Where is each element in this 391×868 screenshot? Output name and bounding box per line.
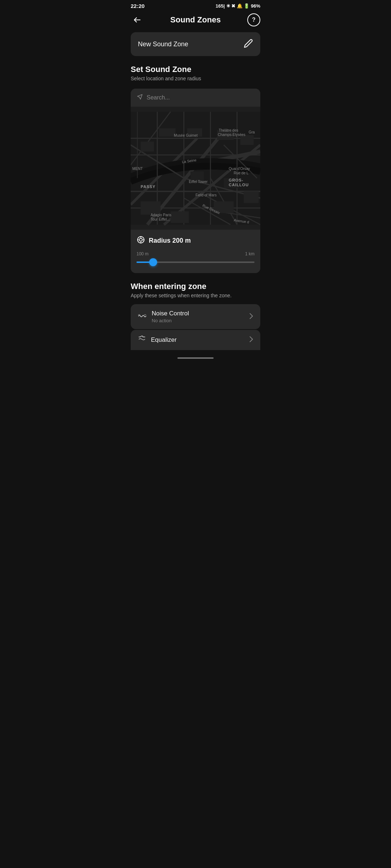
status-time: 22:20 — [131, 3, 144, 9]
equalizer-card[interactable]: Equalizer — [131, 330, 260, 350]
home-bar — [177, 357, 214, 359]
svg-text:Tour Eiffel...: Tour Eiffel... — [151, 217, 170, 221]
slider-thumb[interactable] — [149, 258, 157, 266]
page-title: Sound Zones — [170, 15, 220, 25]
entering-zone-subtitle: Apply these settings when entering the z… — [131, 293, 260, 298]
entering-zone-title: When entering zone — [131, 282, 260, 291]
svg-rect-27 — [141, 201, 161, 215]
svg-point-51 — [139, 238, 142, 241]
map-container: Search... — [131, 89, 260, 273]
svg-text:CAILLOU: CAILLOU — [229, 183, 249, 187]
svg-text:Eiffel Tower: Eiffel Tower — [189, 180, 208, 184]
radius-section: Radius 200 m 100 m 1 km — [131, 230, 260, 273]
noise-control-name: Noise Control — [152, 310, 189, 317]
svg-text:GROS-: GROS- — [229, 178, 244, 182]
radius-label: Radius 200 m — [149, 237, 191, 244]
home-indicator — [125, 354, 266, 360]
equalizer-icon — [138, 336, 146, 344]
svg-text:Musée Guimet: Musée Guimet — [174, 133, 198, 137]
svg-rect-23 — [159, 128, 176, 137]
radius-slider[interactable] — [136, 259, 255, 266]
svg-text:Champs-Élysées: Champs-Élysées — [218, 132, 245, 137]
svg-text:Rue de L: Rue de L — [234, 171, 249, 175]
svg-rect-28 — [171, 211, 189, 223]
status-icons: 165| ✳ ✖ 🔔 🔋 96% — [216, 3, 260, 9]
equalizer-chevron — [249, 336, 253, 344]
search-bar[interactable]: Search... — [131, 89, 260, 107]
svg-text:PASSY: PASSY — [141, 184, 156, 189]
noise-control-card[interactable]: Noise Control No action — [131, 304, 260, 329]
equalizer-name: Equalizer — [151, 336, 177, 344]
new-sound-zone-button[interactable]: New Sound Zone — [131, 32, 260, 56]
svg-text:Quai d'Orsay: Quai d'Orsay — [229, 167, 250, 171]
svg-rect-30 — [244, 191, 258, 203]
slider-min: 100 m — [136, 251, 148, 256]
help-button[interactable]: ? — [247, 13, 260, 26]
set-zone-title: Set Sound Zone — [131, 65, 260, 74]
edit-icon — [244, 39, 253, 50]
set-sound-zone-header: Set Sound Zone Select location and zone … — [125, 65, 266, 84]
svg-rect-22 — [141, 142, 154, 152]
slider-labels: 100 m 1 km — [136, 251, 255, 256]
slider-max: 1 km — [245, 251, 255, 256]
map-view[interactable]: Musée Guimet Théâtre des Champs-Élysées … — [131, 107, 260, 230]
set-zone-subtitle: Select location and zone radius — [131, 76, 260, 81]
svg-text:Field of Mars: Field of Mars — [196, 193, 216, 197]
new-zone-label: New Sound Zone — [138, 41, 188, 48]
svg-text:MENT: MENT — [133, 167, 143, 171]
svg-text:Théâtre des: Théâtre des — [219, 128, 238, 132]
noise-control-value: No action — [152, 318, 189, 323]
top-nav: Sound Zones ? — [125, 10, 266, 32]
noise-control-icon — [138, 312, 147, 321]
status-battery: 165| ✳ ✖ 🔔 🔋 96% — [216, 3, 260, 9]
target-icon — [136, 235, 145, 246]
svg-text:Gra: Gra — [249, 130, 255, 134]
svg-text:Adagio Paris: Adagio Paris — [151, 213, 171, 217]
noise-control-chevron — [249, 313, 253, 320]
search-placeholder: Search... — [147, 94, 170, 101]
status-bar: 22:20 165| ✳ ✖ 🔔 🔋 96% — [125, 0, 266, 10]
back-button[interactable] — [131, 13, 144, 26]
location-icon — [136, 94, 143, 102]
entering-zone-section: When entering zone Apply these settings … — [125, 273, 266, 354]
